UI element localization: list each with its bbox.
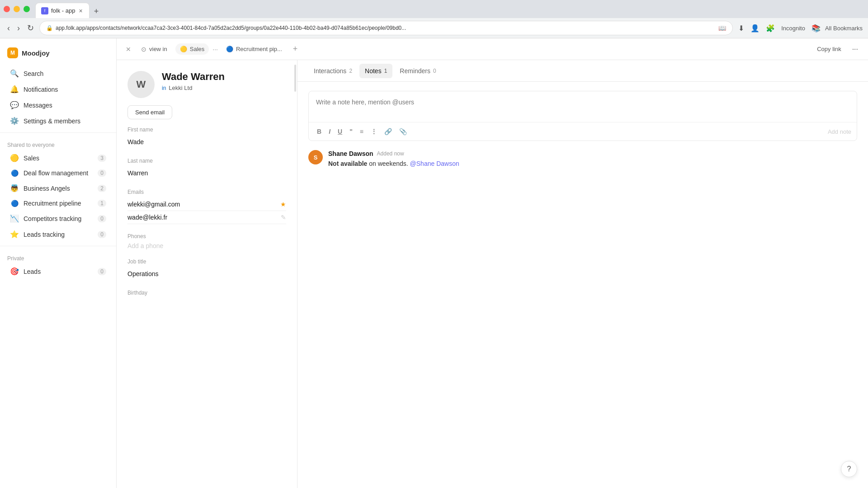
- download-icon[interactable]: ⬇: [736, 22, 746, 34]
- window-controls: [4, 6, 30, 12]
- note-text-middle: on weekends.: [367, 160, 410, 167]
- tab-sales[interactable]: 🟡 Sales: [175, 43, 209, 55]
- sidebar-item-sales[interactable]: 🟡 Sales 3: [3, 150, 113, 166]
- more-options-button[interactable]: ···: [849, 43, 861, 55]
- browser-toolbar: ‹ › ↻ 🔒 app.folk.app/apps/contacts/netwo…: [0, 18, 868, 38]
- reader-icon: 📖: [718, 24, 726, 32]
- sidebar-item-leads-tracking[interactable]: ⭐ Leads tracking 0: [3, 226, 113, 242]
- job-title-label: Job title: [127, 258, 286, 265]
- messages-icon: 💬: [10, 101, 19, 109]
- avatar-initials: W: [137, 79, 146, 90]
- interactions-tab-label: Interactions: [314, 67, 346, 75]
- help-button[interactable]: ?: [841, 461, 857, 477]
- lock-icon: 🔒: [46, 25, 53, 31]
- refresh-button[interactable]: ↻: [25, 21, 36, 35]
- job-title-value[interactable]: Operations: [127, 267, 286, 281]
- window-close-btn[interactable]: [4, 6, 10, 12]
- new-tab-button[interactable]: +: [90, 5, 103, 18]
- email-1-star-button[interactable]: ★: [280, 201, 286, 208]
- incognito-label: Incognito: [779, 25, 807, 32]
- scroll-thumb: [294, 65, 296, 92]
- tab-close-button[interactable]: ✕: [124, 45, 133, 54]
- underline-button[interactable]: U: [335, 126, 345, 137]
- tab-notes[interactable]: Notes 1: [359, 64, 392, 78]
- contact-company: in Lekki Ltd: [162, 84, 286, 91]
- sidebar-item-leads[interactable]: 🎯 Leads 0: [3, 263, 113, 279]
- numbered-list-button[interactable]: ⋮: [368, 126, 380, 137]
- note-editor: B I U " ≡ ⋮ 🔗 📎 Add note: [308, 91, 857, 141]
- attachment-button[interactable]: 📎: [396, 126, 410, 137]
- add-tab-button[interactable]: +: [290, 43, 301, 55]
- sidebar-item-business-angels[interactable]: 👼 Business Angels 2: [3, 180, 113, 196]
- back-button[interactable]: ‹: [5, 22, 12, 35]
- birthday-label: Birthday: [127, 290, 286, 296]
- send-email-button[interactable]: Send email: [127, 105, 172, 119]
- sidebar-item-deal-flow[interactable]: 🔵 Deal flow management 0: [3, 166, 113, 180]
- note-time: Added now: [377, 150, 404, 157]
- note-text-bold: Not available: [328, 160, 367, 167]
- tab-recruitment[interactable]: 🔵 Recruitment pip...: [222, 43, 287, 55]
- sidebar-item-messages[interactable]: 💬 Messages: [3, 97, 113, 113]
- brand-initial: M: [10, 50, 15, 56]
- recruitment-tab-label: Recruitment pip...: [236, 46, 282, 52]
- tab-interactions[interactable]: Interactions 2: [308, 64, 358, 78]
- sidebar-item-notifications[interactable]: 🔔 Notifications: [3, 81, 113, 97]
- window-maximize-btn[interactable]: [24, 6, 30, 12]
- contact-info: Wade Warren in Lekki Ltd: [162, 71, 286, 91]
- shared-section-label: Shared to everyone: [0, 136, 116, 150]
- last-name-value[interactable]: Warren: [127, 167, 286, 180]
- browser-toolbar-icons: ⬇ 👤 🧩 Incognito 📚 All Bookmarks: [736, 22, 863, 34]
- bullet-list-button[interactable]: ≡: [357, 126, 366, 137]
- browser-tab-active[interactable]: f folk - app ×: [35, 3, 90, 18]
- sidebar-messages-label: Messages: [24, 102, 106, 109]
- all-bookmarks-label: All Bookmarks: [825, 25, 863, 32]
- add-note-button[interactable]: Add note: [828, 128, 851, 135]
- sidebar-item-settings[interactable]: ⚙️ Settings & members: [3, 113, 113, 129]
- browser-tab-close[interactable]: ×: [78, 6, 83, 15]
- extensions-icon[interactable]: 🧩: [764, 22, 777, 34]
- sidebar-item-search[interactable]: 🔍 Search: [3, 66, 113, 81]
- note-mention[interactable]: @Shane Dawson: [410, 160, 459, 167]
- content-panels: W Wade Warren in Lekki Ltd Send email: [117, 60, 868, 488]
- sidebar-leads-label: Leads: [24, 268, 93, 275]
- sidebar-item-recruitment[interactable]: 🔵 Recruitment pipeline 1: [3, 196, 113, 211]
- sidebar-notifications-label: Notifications: [24, 86, 106, 93]
- reminders-tab-label: Reminders: [400, 67, 430, 75]
- sidebar-business-angels-label: Business Angels: [24, 185, 93, 192]
- note-item-1: S Shane Dawson Added now Not available o…: [308, 150, 857, 169]
- italic-button[interactable]: I: [326, 126, 333, 137]
- quote-button[interactable]: ": [347, 126, 355, 137]
- profile-icon[interactable]: 👤: [749, 22, 761, 34]
- bold-button[interactable]: B: [314, 126, 324, 137]
- note-input[interactable]: [309, 91, 857, 120]
- linkedin-icon: in: [162, 85, 166, 91]
- sidebar-leads-tracking-label: Leads tracking: [24, 231, 93, 238]
- tabs-bar-right: Copy link ···: [812, 43, 861, 55]
- tab-view-in[interactable]: ⊙ view in: [137, 43, 172, 55]
- view-in-label: view in: [149, 46, 167, 52]
- tab-dots: ···: [212, 46, 218, 53]
- forward-button[interactable]: ›: [15, 22, 22, 35]
- sidebar-brand: M Moodjoy: [0, 44, 116, 66]
- email-row-2: wade@lekki.fr ✎: [127, 211, 286, 224]
- link-button[interactable]: 🔗: [382, 126, 395, 137]
- bookmarks-menu[interactable]: 📚: [810, 22, 822, 34]
- email-1-address[interactable]: wlekki@gmail.com: [127, 201, 180, 208]
- sidebar-divider-1: [0, 132, 116, 133]
- email-2-edit-button[interactable]: ✎: [281, 214, 286, 221]
- contact-header: W Wade Warren in Lekki Ltd: [117, 60, 297, 105]
- note-text: Not available on weekends. @Shane Dawson: [328, 159, 857, 169]
- notes-panel: Interactions 2 Notes 1 Reminders 0: [297, 60, 868, 488]
- sidebar-item-competitors[interactable]: 📉 Competitors tracking 0: [3, 211, 113, 226]
- email-2-actions: ✎: [281, 214, 286, 221]
- copy-link-button[interactable]: Copy link: [812, 43, 845, 55]
- email-2-address[interactable]: wade@lekki.fr: [127, 214, 167, 221]
- tab-reminders[interactable]: Reminders 0: [394, 64, 441, 78]
- window-minimize-btn[interactable]: [14, 6, 20, 12]
- note-author-avatar: S: [308, 150, 323, 164]
- private-section-label: Private: [0, 250, 116, 263]
- first-name-value[interactable]: Wade: [127, 136, 286, 149]
- address-bar[interactable]: 🔒 app.folk.app/apps/contacts/network/cca…: [39, 21, 733, 35]
- note-author-name: Shane Dawson: [328, 150, 373, 157]
- phone-placeholder[interactable]: Add a phone: [127, 242, 286, 249]
